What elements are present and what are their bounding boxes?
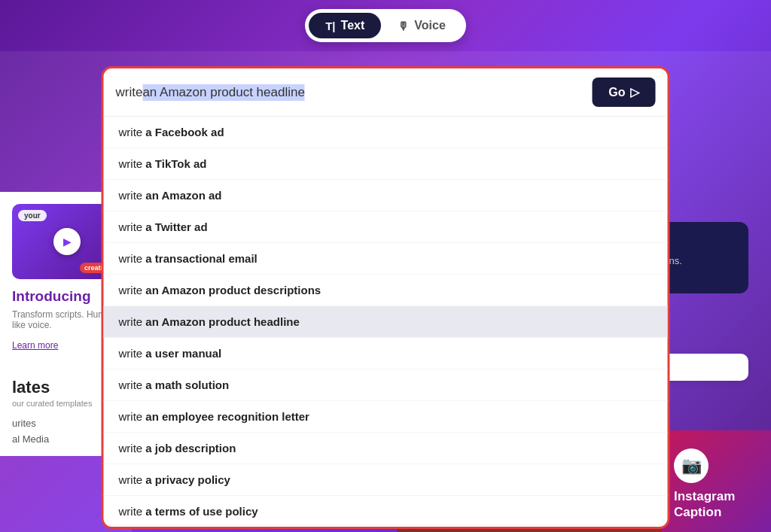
item-normal: write (119, 126, 146, 138)
text-mode-button[interactable]: T| Text (309, 13, 381, 38)
dropdown-item[interactable]: write a terms of use policy (104, 496, 668, 527)
item-bold: an Amazon ad (145, 189, 221, 202)
item-normal: write (119, 157, 146, 170)
mode-toggle: T| Text 🎙 Voice (305, 9, 466, 42)
input-prefix: write (116, 85, 143, 100)
item-normal: write (119, 189, 146, 202)
dropdown-item[interactable]: write a Facebook ad (104, 117, 668, 148)
autocomplete-dropdown: write a Facebook ad write a TikTok ad wr… (104, 116, 668, 527)
search-bar: write an Amazon product headline Go ▷ (104, 68, 668, 116)
item-normal: write (119, 284, 146, 296)
item-normal: write (119, 473, 146, 486)
item-normal: write (119, 442, 146, 454)
item-bold: a TikTok ad (145, 157, 206, 170)
voice-icon: 🎙 (398, 20, 409, 32)
item-normal: write (119, 347, 146, 360)
instagram-card-title: Instagram Caption (674, 489, 735, 520)
dropdown-item[interactable]: write a Twitter ad (104, 211, 668, 243)
dropdown-item[interactable]: write an employee recognition letter (104, 401, 668, 433)
instagram-icon: 📷 (681, 456, 702, 476)
item-normal: write (119, 252, 146, 265)
item-bold: a privacy policy (145, 473, 230, 486)
dropdown-item[interactable]: write a job description (104, 433, 668, 464)
item-normal: write (119, 315, 146, 328)
item-bold: an Amazon product headline (145, 315, 299, 328)
item-bold: a job description (145, 442, 236, 454)
item-normal: write (119, 220, 146, 233)
dropdown-item[interactable]: write a TikTok ad (104, 148, 668, 180)
item-bold: an employee recognition letter (145, 410, 309, 423)
top-bar: T| Text 🎙 Voice (0, 0, 771, 51)
item-normal: write (119, 378, 146, 391)
item-bold: a transactional email (145, 252, 257, 265)
instagram-icon-wrapper: 📷 (674, 448, 709, 483)
dropdown-item[interactable]: write a math solution (104, 369, 668, 401)
item-bold: a user manual (145, 347, 221, 360)
instagram-card[interactable]: 📷 Instagram Caption (662, 430, 771, 532)
dropdown-item[interactable]: write a transactional email (104, 243, 668, 275)
search-input-container[interactable]: write an Amazon product headline (116, 84, 584, 101)
text-icon: T| (325, 20, 335, 32)
dropdown-item[interactable]: write a privacy policy (104, 464, 668, 496)
voice-mode-button[interactable]: 🎙 Voice (381, 13, 462, 38)
input-selected-text: an Amazon product headline (142, 84, 305, 101)
dropdown-item[interactable]: write a user manual (104, 338, 668, 369)
item-normal: write (119, 505, 146, 518)
dropdown-item[interactable]: write an Amazon ad (104, 180, 668, 211)
play-button-icon[interactable]: ▶ (53, 228, 81, 255)
item-bold: a Facebook ad (145, 126, 224, 138)
dropdown-item[interactable]: write an Amazon product descriptions (104, 275, 668, 306)
item-normal: write (119, 410, 146, 423)
item-bold: a terms of use policy (145, 505, 258, 518)
go-button-label: Go (608, 86, 625, 99)
item-bold: a Twitter ad (145, 220, 207, 233)
dropdown-item-highlighted[interactable]: write an Amazon product headline (104, 306, 668, 338)
item-bold: a math solution (145, 378, 229, 391)
learn-more-link[interactable]: Learn more (12, 340, 58, 351)
item-bold: an Amazon product descriptions (145, 284, 321, 296)
go-button[interactable]: Go ▷ (592, 78, 655, 107)
text-mode-label: Text (341, 19, 365, 32)
your-label: your (18, 210, 47, 221)
go-arrow-icon: ▷ (630, 85, 639, 99)
search-wrapper: write an Amazon product headline Go ▷ wr… (102, 66, 670, 529)
voice-mode-label: Voice (414, 19, 446, 32)
